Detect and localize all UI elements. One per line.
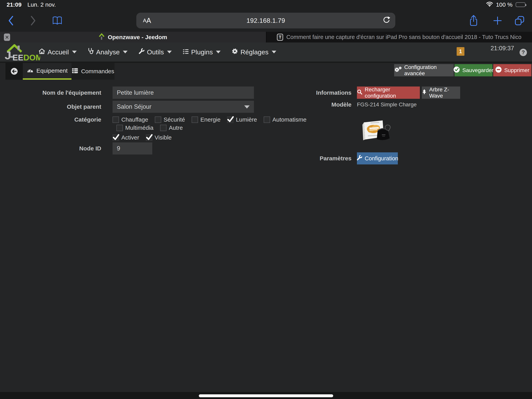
back-button[interactable] — [8, 16, 14, 26]
checkbox-label: Lumière — [236, 116, 257, 123]
equipment-name-input[interactable] — [113, 86, 254, 99]
checkbox-box[interactable] — [113, 116, 119, 123]
delete-button[interactable]: Supprimer — [493, 64, 532, 76]
tab-tutorial[interactable]: T Comment faire une capture d'écran sur … — [266, 32, 532, 42]
gauge-icon — [27, 67, 34, 74]
select-caret-icon — [244, 105, 250, 109]
url-text[interactable]: 192.168.1.79 — [136, 13, 395, 28]
tab-openzwave[interactable]: Openzwave - Jeedom — [0, 32, 266, 42]
tab-equipement[interactable]: Equipement — [23, 63, 71, 80]
reload-button[interactable] — [382, 16, 390, 25]
forward-button[interactable] — [30, 16, 36, 26]
wrench-icon — [139, 48, 145, 56]
parametres-label: Paramètres — [273, 152, 351, 164]
checkbox-label: Visible — [155, 134, 172, 141]
svg-text:EE: EE — [13, 53, 23, 62]
checkbox-energie[interactable]: Energie — [192, 116, 221, 123]
browser-toolbar: AA 192.168.1.79 — [0, 9, 532, 32]
bookmarks-icon[interactable] — [52, 16, 62, 25]
tab-title: Openzwave - Jeedom — [108, 34, 167, 40]
divider — [0, 62, 532, 63]
button-label: Arbre Z-Wave — [429, 86, 460, 99]
minus-circle-icon — [495, 66, 502, 74]
check-circle-icon — [453, 66, 460, 74]
menu-analyse[interactable]: Analyse — [88, 48, 127, 56]
menu-plugins[interactable]: Plugins — [183, 48, 221, 56]
checkbox-box[interactable] — [155, 116, 161, 123]
clock-text: 21:09 — [7, 1, 22, 8]
share-icon[interactable] — [469, 15, 478, 26]
selected-option: Salon Séjour — [117, 103, 152, 110]
table-icon — [72, 68, 78, 75]
configuration-button[interactable]: Configuration — [357, 152, 398, 164]
list-icon — [183, 48, 189, 56]
menu-label: Réglages — [241, 48, 269, 56]
date-text: Lun. 2 nov. — [27, 1, 56, 8]
zwave-tree-button[interactable]: Arbre Z-Wave — [422, 86, 460, 99]
save-button[interactable]: Sauvegarder — [455, 64, 493, 76]
checkbox-lumiere[interactable]: Lumière — [227, 116, 257, 123]
model-value: FGS-214 Simple Charge — [357, 101, 417, 109]
tab-title: Comment faire une capture d'écran sur iP… — [286, 34, 521, 40]
tutorial-favicon: T — [277, 34, 283, 41]
button-label: Configuration avancée — [404, 64, 454, 77]
node-id-input[interactable] — [113, 142, 152, 154]
checkbox-label: Chauffage — [121, 116, 148, 123]
arrow-left-circle-icon — [11, 68, 18, 75]
jeedom-logo[interactable]: J EE DOM — [3, 43, 38, 62]
tab-label: Equipement — [36, 67, 68, 74]
node-id-label: Node ID — [23, 142, 101, 154]
button-label: Sauvegarder — [462, 67, 494, 73]
checkbox-box[interactable] — [146, 135, 152, 141]
checkbox-box[interactable] — [264, 116, 270, 123]
home-icon — [38, 48, 45, 56]
checkbox-autre[interactable]: Autre — [160, 124, 183, 131]
checkbox-activer[interactable]: Activer — [113, 134, 139, 141]
checkbox-box[interactable] — [227, 116, 234, 123]
menu-reglages[interactable]: Réglages — [232, 48, 276, 56]
toggle-row: Activer Visible — [113, 134, 172, 141]
close-tab-icon[interactable] — [4, 33, 10, 41]
status-bar: 21:09 Lun. 2 nov. 100 % — [0, 0, 532, 9]
advanced-config-button[interactable]: Configuration avancée — [394, 64, 454, 76]
home-indicator[interactable] — [199, 394, 333, 397]
menu-outils[interactable]: Outils — [139, 48, 172, 56]
chevron-down-icon — [167, 51, 172, 53]
category-row-2: Multimédia Autre — [116, 124, 183, 131]
menu-label: Analyse — [96, 48, 120, 56]
address-bar[interactable]: AA 192.168.1.79 — [136, 13, 395, 28]
battery-icon — [516, 2, 525, 7]
jeedom-favicon — [99, 33, 105, 41]
wifi-icon — [486, 1, 493, 8]
parent-object-label: Objet parent — [23, 101, 101, 113]
new-tab-icon[interactable] — [493, 16, 502, 25]
tab-label: Commandes — [81, 68, 114, 75]
checkbox-multimedia[interactable]: Multimédia — [116, 124, 153, 131]
chevron-down-icon — [216, 51, 221, 53]
checkbox-box[interactable] — [113, 135, 119, 141]
checkbox-automatisme[interactable]: Automatisme — [264, 116, 306, 123]
checkbox-label: Autre — [169, 124, 183, 131]
tab-commandes[interactable]: Commandes — [71, 63, 114, 80]
parent-object-select[interactable]: Salon Séjour — [113, 101, 254, 113]
button-label: Recharger configuration — [365, 86, 420, 99]
reload-config-button[interactable]: Recharger configuration — [357, 86, 420, 99]
tabs-overview-icon[interactable] — [514, 16, 525, 26]
chevron-down-icon — [72, 51, 77, 53]
checkbox-box[interactable] — [116, 125, 123, 131]
jeedom-navbar: J EE DOM Accueil Analyse — [0, 42, 532, 62]
checkbox-securite[interactable]: Sécurité — [155, 116, 185, 123]
notification-badge[interactable]: 1 — [457, 47, 464, 56]
back-to-plugin-button[interactable] — [6, 63, 23, 80]
checkbox-box[interactable] — [192, 116, 198, 123]
gear-icon — [232, 48, 238, 56]
menu-accueil[interactable]: Accueil — [38, 48, 77, 56]
svg-text:DOM: DOM — [23, 53, 40, 62]
help-icon[interactable]: ? — [519, 49, 527, 56]
checkbox-label: Multimédia — [125, 124, 153, 131]
checkbox-box[interactable] — [160, 125, 166, 131]
menu-label: Plugins — [191, 48, 213, 56]
checkbox-visible[interactable]: Visible — [146, 134, 172, 141]
checkbox-chauffage[interactable]: Chauffage — [113, 116, 148, 123]
category-label: Catégorie — [23, 116, 101, 123]
